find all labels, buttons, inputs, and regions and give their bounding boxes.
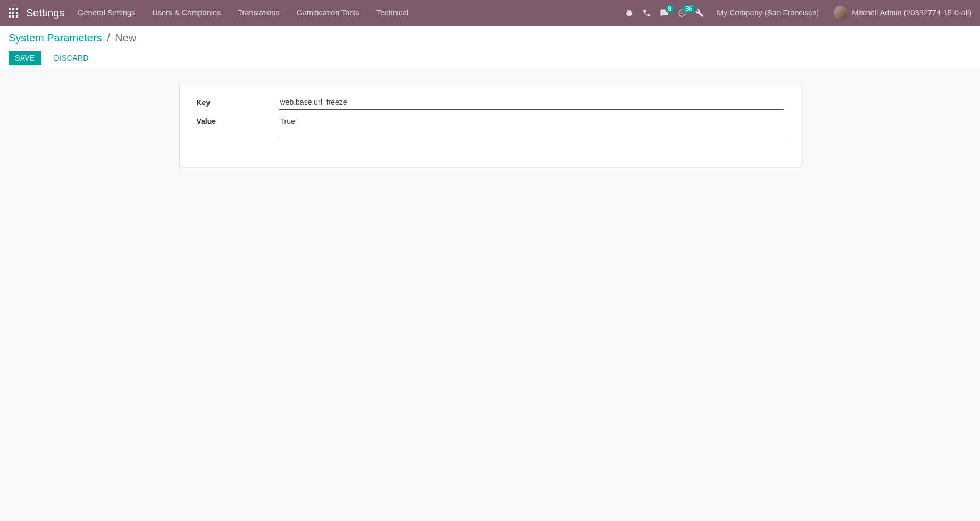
nav-systray: 8 36 My Company (San Francisco) Mitchell… (625, 6, 971, 20)
svg-rect-2 (16, 8, 18, 10)
button-row: Save Discard (9, 51, 971, 65)
value-input[interactable] (279, 114, 784, 139)
nav-menu-translations[interactable]: Translations (238, 9, 279, 17)
form-sheet: Key Value (179, 82, 801, 167)
svg-rect-7 (12, 15, 14, 18)
nav-menu-gamification-tools[interactable]: Gamification Tools (297, 9, 359, 17)
tools-icon[interactable] (695, 9, 704, 18)
key-label: Key (197, 95, 279, 107)
navbar: Settings General Settings Users & Compan… (0, 0, 980, 26)
nav-menu-users-companies[interactable]: Users & Companies (152, 9, 221, 17)
messaging-badge: 8 (665, 5, 674, 13)
svg-rect-6 (9, 15, 11, 18)
user-menu[interactable]: Mitchell Admin (20332774-15-0-all) (834, 6, 971, 20)
breadcrumb-parent[interactable]: System Parameters (9, 32, 102, 44)
key-input[interactable] (279, 95, 784, 110)
phone-icon[interactable] (642, 9, 651, 18)
user-name: Mitchell Admin (20332774-15-0-all) (852, 9, 971, 17)
svg-rect-8 (16, 15, 18, 18)
avatar (834, 6, 848, 20)
nav-menu-technical[interactable]: Technical (376, 9, 408, 17)
nav-menu: General Settings Users & Companies Trans… (78, 9, 408, 17)
svg-rect-0 (9, 8, 11, 10)
form-row-value: Value (197, 114, 784, 141)
breadcrumb: System Parameters / New (9, 32, 971, 44)
value-label: Value (197, 114, 279, 125)
svg-rect-4 (12, 12, 14, 14)
control-panel: System Parameters / New Save Discard (0, 26, 980, 71)
svg-rect-3 (9, 12, 11, 14)
messaging-icon[interactable]: 8 (660, 9, 669, 18)
svg-rect-1 (12, 8, 14, 10)
company-selector[interactable]: My Company (San Francisco) (717, 9, 819, 17)
activities-icon[interactable]: 36 (677, 9, 686, 18)
content-area: Key Value (0, 71, 980, 178)
apps-icon[interactable] (9, 8, 18, 18)
bug-icon[interactable] (625, 9, 634, 18)
nav-menu-general-settings[interactable]: General Settings (78, 9, 135, 17)
breadcrumb-current: New (115, 32, 136, 44)
svg-rect-5 (16, 12, 18, 14)
activities-badge: 36 (683, 5, 694, 13)
form-row-key: Key (197, 95, 784, 110)
app-title[interactable]: Settings (26, 7, 64, 19)
discard-button[interactable]: Discard (48, 51, 95, 65)
breadcrumb-separator: / (107, 32, 110, 44)
save-button[interactable]: Save (9, 51, 41, 65)
